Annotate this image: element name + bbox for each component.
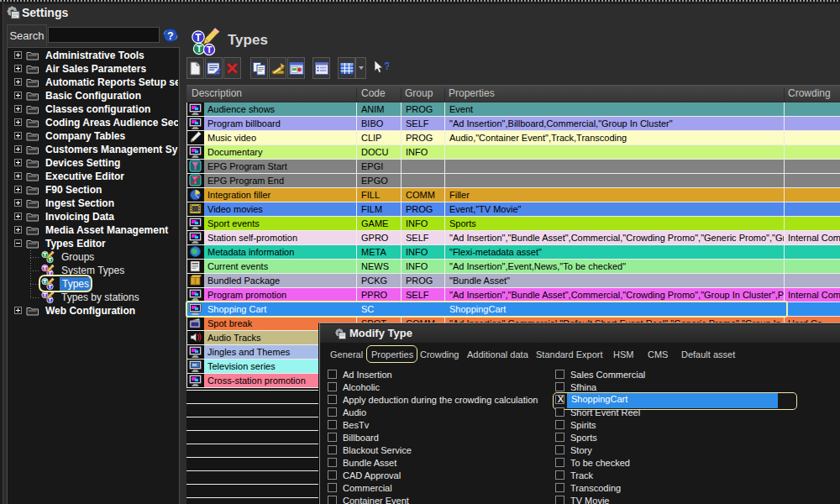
svg-text:T: T bbox=[207, 45, 213, 55]
svg-text:?: ? bbox=[167, 30, 173, 42]
svg-text:T: T bbox=[195, 32, 202, 44]
svg-text:T: T bbox=[197, 44, 202, 54]
svg-text:?: ? bbox=[384, 60, 389, 72]
